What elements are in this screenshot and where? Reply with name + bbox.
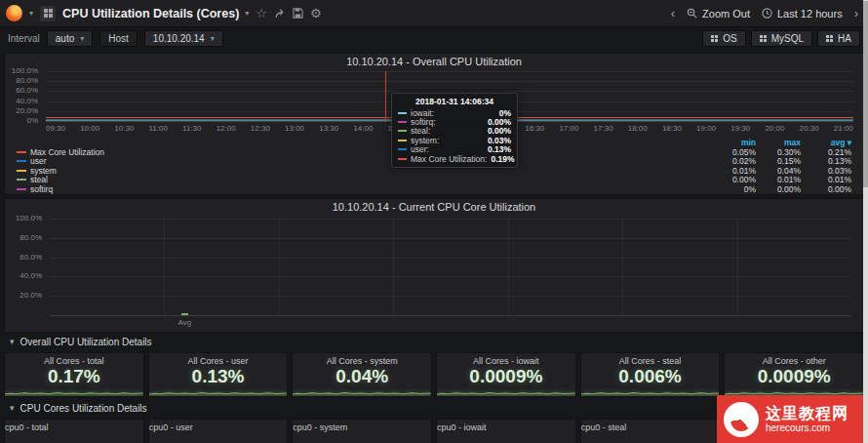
- legend-avg-value: 0.13%: [801, 156, 851, 166]
- dashboard-grid-icon[interactable]: [40, 6, 56, 21]
- stat-panel-title[interactable]: All Cores - total: [44, 353, 104, 366]
- save-icon[interactable]: [293, 8, 303, 19]
- stat-panel-title[interactable]: All Cores - user: [188, 353, 249, 366]
- panel-title-overall[interactable]: 10.10.20.14 - Overall CPU Utilization: [5, 54, 863, 68]
- cpu-panel-title[interactable]: cpu0 - system: [293, 420, 431, 432]
- cpu-core-panel: cpu0 - system: [292, 419, 432, 443]
- stat-value: 0.17%: [48, 366, 100, 387]
- x-tick-label: 10:30: [114, 124, 134, 133]
- scrollbar-thumb[interactable]: [863, 1, 868, 187]
- stat-panel: All Cores - other0.0009%: [724, 352, 864, 397]
- gear-icon[interactable]: ⚙: [310, 7, 322, 20]
- legend-series-name[interactable]: system: [17, 166, 711, 176]
- gridline: [50, 258, 851, 259]
- quick-link-ha[interactable]: HA: [817, 30, 860, 47]
- stat-panel: All Cores - steal0.006%: [580, 352, 721, 397]
- legend-header-min[interactable]: min: [711, 138, 756, 147]
- legend-series-name[interactable]: steal: [17, 175, 711, 184]
- time-range-picker[interactable]: Last 12 hours: [762, 8, 843, 20]
- quick-link-mysql[interactable]: MySQL: [751, 30, 812, 47]
- share-icon[interactable]: [274, 8, 286, 20]
- series-swatch: [398, 130, 407, 132]
- stat-value: 0.006%: [618, 366, 681, 387]
- gridline: [50, 219, 851, 220]
- panel-title-cores[interactable]: 10.10.20.14 - Current CPU Core Utilizati…: [5, 199, 863, 214]
- x-tick-label: 21:00: [834, 124, 853, 133]
- y-tick-label: 0%: [7, 117, 38, 125]
- y-tick-label: 60.0%: [7, 254, 42, 262]
- dashboard-toolbar: Interval auto ▾ Host 10.10.20.14 ▾ OSMyS…: [0, 27, 868, 50]
- tooltip-row: iowait:0%: [398, 108, 511, 117]
- legend-min-value: 0.01%: [711, 166, 756, 176]
- stat-panel: All Cores - system0.04%: [292, 352, 432, 397]
- stat-panel-title[interactable]: All Cores - iowait: [473, 353, 539, 366]
- grid-icon: [760, 35, 767, 42]
- zoom-out-button[interactable]: Zoom Out: [687, 8, 750, 20]
- core-utilization-panel: 10.10.20.14 - Current CPU Core Utilizati…: [4, 198, 864, 333]
- gridline: [46, 81, 853, 82]
- tooltip-row: user:0.13%: [398, 145, 511, 154]
- x-tick-label: 16:30: [525, 124, 544, 133]
- interval-label: Interval: [8, 33, 40, 44]
- time-range-label: Last 12 hours: [777, 8, 843, 20]
- scrollbar[interactable]: [863, 0, 868, 443]
- stat-panel-title[interactable]: All Cores - system: [327, 353, 398, 366]
- cpu-panel-title[interactable]: cpu0 - user: [149, 420, 288, 432]
- host-select[interactable]: 10.10.20.14 ▾: [144, 30, 223, 47]
- time-shift-forward-icon[interactable]: ›: [854, 7, 858, 20]
- y-tick-label: 80.0%: [7, 77, 38, 85]
- dashboard-title-dropdown[interactable]: CPU Utilization Details (Cores) ▾: [62, 7, 249, 20]
- gridline: [46, 71, 853, 72]
- x-tick-label: 19:30: [730, 124, 750, 133]
- legend-row: softirq0%0.00%0.00%: [17, 184, 851, 194]
- legend-avg-value: 0.03%: [801, 166, 851, 176]
- y-tick-label: 100.0%: [7, 215, 42, 222]
- x-tick-label: 20:00: [765, 124, 784, 133]
- dashboard-title: CPU Utilization Details (Cores): [62, 7, 239, 20]
- quick-link-os[interactable]: OS: [702, 30, 745, 47]
- quick-link-label: MySQL: [771, 33, 804, 44]
- legend-header-avg[interactable]: avg ▾: [801, 138, 851, 147]
- legend-min-value: 0.00%: [711, 175, 756, 184]
- legend-series-name[interactable]: user: [17, 156, 711, 166]
- legend-max-value: 0.01%: [756, 175, 801, 184]
- legend-series-name[interactable]: softirq: [17, 184, 711, 194]
- interval-select[interactable]: auto ▾: [47, 30, 93, 47]
- stat-value: 0.13%: [192, 366, 245, 387]
- cpu-panel-title[interactable]: cpu0 - steal: [581, 420, 720, 432]
- core-plot[interactable]: 100.0%80.0%60.0%40.0%20.0% Avg: [50, 219, 851, 316]
- stat-panel: All Cores - total0.17%: [4, 352, 144, 397]
- series-swatch: [17, 160, 26, 162]
- core-bar: [181, 313, 188, 315]
- x-tick-label: 18:30: [662, 124, 682, 133]
- stat-panel-title[interactable]: All Cores - steal: [619, 353, 682, 366]
- chevron-down-icon[interactable]: ▾: [29, 10, 33, 18]
- legend-header-max[interactable]: max: [756, 138, 801, 147]
- core-x-tick-label: Avg: [178, 318, 192, 327]
- gridline: [393, 219, 394, 315]
- time-shift-back-icon[interactable]: ‹: [671, 7, 675, 20]
- row-header-overall-details[interactable]: ▾ Overall CPU Utilization Details: [4, 336, 864, 349]
- legend-avg-value: 0.21%: [801, 147, 851, 157]
- series-swatch: [17, 151, 26, 153]
- x-tick-label: 13:00: [285, 124, 304, 133]
- tooltip-series-value: 0.19%: [491, 154, 514, 164]
- grafana-logo-icon[interactable]: [6, 5, 22, 21]
- cpu-core-panel: cpu0 - total: [4, 419, 144, 443]
- series-swatch: [17, 170, 26, 172]
- cpu-panel-title[interactable]: cpu0 - iowait: [437, 420, 575, 432]
- gridline: [508, 219, 509, 315]
- cpu-panel-title[interactable]: cpu0 - total: [5, 420, 143, 432]
- stat-panel-title[interactable]: All Cores - other: [763, 353, 826, 366]
- quick-links: OSMySQLHA: [702, 30, 860, 47]
- legend-series-label: softirq: [30, 184, 53, 194]
- x-tick-label: 11:00: [149, 124, 168, 133]
- legend-min-value: 0.02%: [711, 156, 756, 166]
- grid-icon: [826, 35, 833, 42]
- gridline: [622, 219, 623, 315]
- star-icon[interactable]: ☆: [256, 7, 267, 20]
- legend-series-name[interactable]: Max Core Utilization: [17, 147, 711, 157]
- gridline: [50, 276, 851, 277]
- grid-icon: [711, 35, 718, 42]
- y-tick-label: 100.0%: [7, 67, 38, 75]
